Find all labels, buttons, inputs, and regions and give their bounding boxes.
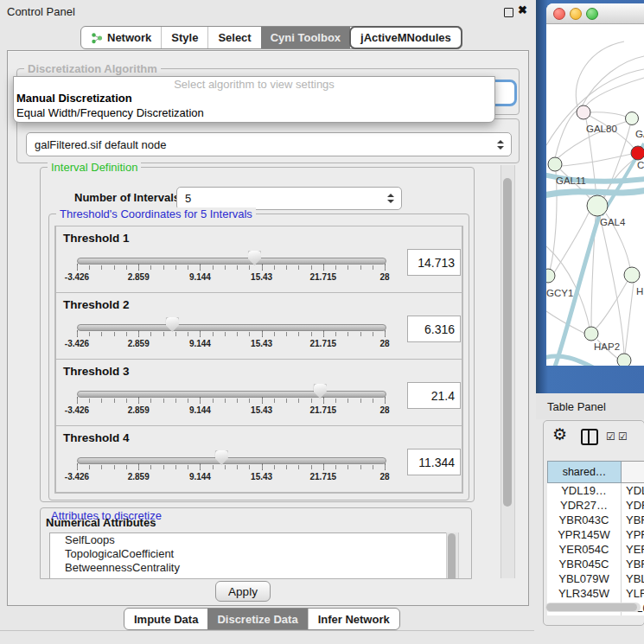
slider-tick-label: 28 <box>379 272 389 282</box>
network-edge[interactable] <box>625 283 634 354</box>
tab-impute-data[interactable]: Impute Data <box>124 609 207 629</box>
close-icon[interactable]: ✖ <box>518 3 527 16</box>
tab-network[interactable]: Network <box>81 27 161 48</box>
slider-tick-label: 21.715 <box>310 272 337 282</box>
attribute-list-item[interactable]: BetweennessCentrality <box>50 561 446 575</box>
network-node[interactable] <box>617 354 631 366</box>
table-row[interactable]: YLR345WYLR3 <box>547 586 644 601</box>
discretization-algorithm-group-title: Discretization Algorithm <box>24 62 161 75</box>
threshold-value-field[interactable] <box>407 382 461 409</box>
split-columns-icon[interactable] <box>581 429 598 445</box>
mac-zoom-icon[interactable] <box>586 8 598 20</box>
slider-tick-label: 9.144 <box>189 405 211 415</box>
network-edge[interactable] <box>590 112 626 117</box>
column-header-name[interactable]: na <box>622 461 644 483</box>
table-cell-shared-name: YBR043C <box>547 513 622 527</box>
mac-close-icon[interactable] <box>553 8 565 20</box>
network-node-gal80[interactable] <box>577 105 590 119</box>
table-row[interactable]: YER054CYER0 <box>547 542 644 557</box>
table-data-combobox[interactable]: galFiltered.sif default node <box>26 132 512 156</box>
table-cell-name: YBR0 <box>622 513 644 527</box>
tab-cyni-toolbox[interactable]: Cyni Toolbox <box>261 27 350 48</box>
threshold-label: Threshold 4 <box>63 431 130 444</box>
slider-minor-ticks <box>77 332 386 336</box>
tab-label: Select <box>218 31 251 44</box>
network-edge[interactable] <box>586 78 644 105</box>
network-node-label: GCY1 <box>546 288 573 298</box>
network-node-c[interactable] <box>631 146 644 160</box>
number-of-intervals-combobox[interactable]: 5 <box>176 187 402 210</box>
table-cell-shared-name: YLR345W <box>547 586 622 601</box>
interval-definition-group-title: Interval Definition <box>48 161 141 174</box>
settings-gear-icon[interactable]: ⚙ <box>552 424 567 444</box>
algorithm-option[interactable]: Manual Discretization <box>14 91 494 105</box>
slider-tick-label: 28 <box>379 405 389 415</box>
algorithm-option[interactable]: Equal Width/Frequency Discretization <box>14 105 494 120</box>
tab-label: Style <box>171 31 198 44</box>
table-panel: ⚙ ☑ ☑ shared… na YDL19…YDL1YDR27…YDR2YBR… <box>543 420 644 626</box>
threshold-value-field[interactable] <box>407 249 461 276</box>
network-node-label: GAL4 <box>600 217 626 227</box>
tab-style[interactable]: Style <box>161 27 207 48</box>
bottom-tab-bar: Impute DataDiscretize DataInfer Network <box>124 608 400 630</box>
slider-tick-label: -3.426 <box>65 405 89 415</box>
network-node-label: HAP2 <box>594 341 620 352</box>
tab-jactivemnodules[interactable]: jActiveMNodules <box>349 26 462 49</box>
threshold-label: Threshold 3 <box>63 365 130 378</box>
attribute-list-item[interactable]: SelfLoops <box>50 533 446 547</box>
table-data-group: Table Data galFiltered.sif default node <box>16 118 520 163</box>
mac-minimize-icon[interactable] <box>570 8 582 20</box>
apply-button[interactable]: Apply <box>215 581 271 602</box>
attribute-list-item[interactable]: TopologicalCoefficient <box>50 547 446 561</box>
table-cell-shared-name: YDL19… <box>547 483 622 498</box>
table-row[interactable]: YDR27…YDR2 <box>547 498 644 513</box>
table-row[interactable]: YBR045CYBR0 <box>547 557 644 571</box>
column-header-shared-name[interactable]: shared… <box>547 461 622 483</box>
threshold-value-field[interactable] <box>407 449 461 475</box>
table-row[interactable]: YPR145WYPR1 <box>547 527 644 542</box>
network-edge[interactable] <box>596 281 628 328</box>
table-horizontal-scrollbar[interactable] <box>545 603 641 612</box>
network-window-titlebar[interactable] <box>546 3 644 24</box>
threshold-value-field[interactable] <box>407 316 461 342</box>
tab-discretize-data[interactable]: Discretize Data <box>207 609 307 629</box>
combo-arrows-icon <box>384 194 398 203</box>
network-edge[interactable] <box>600 216 624 354</box>
slider-minor-ticks <box>77 399 386 403</box>
table-cell-name: YLR3 <box>622 586 644 601</box>
network-node-gal11[interactable] <box>548 157 562 171</box>
settings-scrollbar-thumb[interactable] <box>503 178 512 507</box>
network-node-h[interactable] <box>624 267 640 283</box>
tab-label: Network <box>107 31 151 44</box>
cyni-toolbox-panel: Discretization Algorithm Select algorith… <box>7 50 529 606</box>
table-row[interactable]: YDL19…YDL1 <box>547 483 644 498</box>
tab-select[interactable]: Select <box>207 27 260 48</box>
float-window-icon[interactable] <box>504 8 513 17</box>
attributes-scrollbar[interactable] <box>446 532 459 579</box>
threshold-label: Threshold 2 <box>63 298 130 311</box>
number-of-intervals-value: 5 <box>177 192 384 205</box>
tab-label: Impute Data <box>134 613 198 626</box>
network-edge-thick[interactable] <box>546 190 644 195</box>
network-node-ga[interactable] <box>626 112 639 125</box>
network-canvas[interactable]: GAL80GACGAL11GAL4GCY1HHAP2 <box>546 24 644 366</box>
network-node-gcy1[interactable] <box>546 269 555 283</box>
control-panel-title: Control Panel <box>7 5 75 18</box>
tab-label: Infer Network <box>318 613 390 626</box>
checkbox-icon[interactable]: ☑ <box>618 430 628 443</box>
table-cell-shared-name: YBR045C <box>547 557 622 571</box>
checkbox-icon[interactable]: ☑ <box>606 430 615 443</box>
slider-minor-ticks <box>77 465 386 469</box>
tab-infer-network[interactable]: Infer Network <box>308 609 399 629</box>
slider-tick-label: 2.859 <box>128 272 150 282</box>
table-row[interactable]: YBR043CYBR0 <box>547 513 644 527</box>
network-node-gal4[interactable] <box>587 195 608 216</box>
network-edge[interactable] <box>582 56 644 106</box>
table-row[interactable]: YBL079WYBL0 <box>547 571 644 586</box>
threshold-row: Threshold 4-3.4262.8599.14415.4321.71528 <box>55 425 462 493</box>
network-node-hap2[interactable] <box>584 327 598 341</box>
settings-scrollbar[interactable] <box>501 165 515 578</box>
network-edge[interactable] <box>576 41 624 107</box>
slider-tick-label: 15.43 <box>251 339 272 348</box>
table-cell-name: YBL0 <box>622 571 644 586</box>
